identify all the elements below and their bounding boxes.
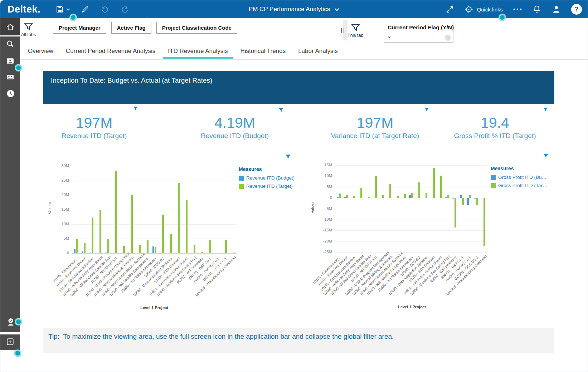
- bar[interactable]: [99, 210, 101, 253]
- search-icon[interactable]: [6, 39, 15, 49]
- legend-item-revenue-budget[interactable]: Revenue ITD (Budget): [239, 175, 300, 181]
- filter-chip-project-classification-code[interactable]: Project Classification Code: [156, 22, 237, 34]
- bar[interactable]: [445, 197, 447, 198]
- bar[interactable]: [84, 243, 86, 253]
- bar[interactable]: [233, 253, 235, 253]
- home-icon[interactable]: [6, 23, 15, 32]
- bar[interactable]: [382, 195, 384, 198]
- bar[interactable]: [82, 251, 83, 253]
- contacts-icon[interactable]: [6, 73, 15, 82]
- bar[interactable]: [404, 194, 406, 198]
- bar[interactable]: [433, 168, 435, 198]
- bar[interactable]: [344, 197, 346, 198]
- edit-button[interactable]: [81, 5, 89, 14]
- bar[interactable]: [74, 249, 76, 253]
- bar[interactable]: [462, 198, 464, 205]
- bar[interactable]: [123, 246, 125, 253]
- bar[interactable]: [147, 240, 149, 253]
- bar[interactable]: [337, 197, 339, 198]
- time-history-icon[interactable]: [6, 89, 15, 98]
- bar[interactable]: [455, 198, 456, 227]
- bar[interactable]: [346, 195, 348, 198]
- filter-chip-project-manager[interactable]: Project Manager: [53, 22, 106, 34]
- coach-mark-dot[interactable]: [14, 349, 21, 357]
- chart-filter-funnel-icon[interactable]: [543, 153, 548, 158]
- bar[interactable]: [469, 195, 471, 198]
- filter-chip-active-flag[interactable]: Active Flag: [111, 22, 151, 34]
- bar[interactable]: [194, 245, 195, 253]
- bar[interactable]: [178, 183, 180, 253]
- bar[interactable]: [483, 198, 485, 246]
- kpi-filter-funnel-icon[interactable]: [543, 107, 548, 112]
- bar[interactable]: [389, 184, 391, 198]
- all-tabs-filter-button[interactable]: All tabs: [21, 22, 36, 37]
- user-profile-icon[interactable]: [551, 5, 561, 14]
- bar[interactable]: [162, 215, 164, 253]
- redo-button[interactable]: [120, 5, 130, 14]
- bar[interactable]: [339, 194, 341, 198]
- bar[interactable]: [107, 239, 109, 253]
- help-button[interactable]: ?: [571, 4, 582, 15]
- bar[interactable]: [139, 245, 141, 253]
- bar[interactable]: [76, 239, 78, 253]
- add-icon[interactable]: [6, 337, 15, 347]
- bar[interactable]: [418, 182, 420, 198]
- tab-itd-revenue-analysis[interactable]: ITD Revenue Analysis: [167, 43, 228, 59]
- save-button[interactable]: [55, 5, 70, 14]
- kpi-filter-funnel-icon[interactable]: [133, 106, 138, 111]
- bar[interactable]: [186, 200, 188, 253]
- bar[interactable]: [201, 252, 203, 253]
- bar[interactable]: [92, 217, 93, 253]
- fullscreen-icon[interactable]: [446, 5, 454, 14]
- kpi-filter-funnel-icon[interactable]: [278, 108, 284, 113]
- bar[interactable]: [131, 195, 133, 253]
- bar[interactable]: [368, 197, 370, 198]
- bar[interactable]: [353, 196, 355, 198]
- coach-mark-dot[interactable]: [15, 64, 22, 72]
- bar[interactable]: [105, 253, 107, 253]
- quick-links-button[interactable]: Quick links: [464, 5, 503, 14]
- tab-historical-trends[interactable]: Historical Trends: [240, 43, 287, 59]
- chart-filter-funnel-icon[interactable]: [285, 154, 291, 159]
- employee-folder-icon[interactable]: [6, 57, 15, 66]
- tab-overview[interactable]: Overview: [27, 43, 54, 59]
- bar[interactable]: [155, 247, 156, 253]
- bar[interactable]: [426, 193, 427, 198]
- bar[interactable]: [460, 195, 462, 198]
- undo-button[interactable]: [100, 5, 110, 14]
- coach-mark-dot[interactable]: [69, 14, 77, 21]
- bar[interactable]: [217, 253, 219, 254]
- this-tab-filter-button[interactable]: This tab: [348, 23, 363, 38]
- coach-mark-dot[interactable]: [499, 14, 506, 21]
- notifications-bell-icon[interactable]: [532, 5, 541, 14]
- legend-item-gross-profit-budget[interactable]: Gross Profit ITD (Bu…: [491, 175, 551, 180]
- bar[interactable]: [225, 240, 227, 253]
- tab-labor-analysis[interactable]: Labor Analysis: [297, 43, 339, 59]
- more-options-icon[interactable]: [513, 8, 522, 11]
- bar[interactable]: [452, 198, 454, 199]
- bar[interactable]: [474, 198, 476, 199]
- approve-person-icon[interactable]: [6, 317, 15, 326]
- current-period-flag-filter[interactable]: Current Period Flag (Y/N) Y 1: [384, 22, 453, 43]
- bar[interactable]: [440, 176, 442, 198]
- bar[interactable]: [115, 171, 117, 253]
- bar[interactable]: [476, 198, 478, 205]
- bar[interactable]: [409, 195, 411, 198]
- bar[interactable]: [447, 195, 449, 198]
- bar[interactable]: [89, 253, 91, 253]
- bar[interactable]: [152, 246, 154, 253]
- legend-item-revenue-target[interactable]: Revenue ITD (Target): [239, 183, 300, 189]
- tab-current-period-revenue-analysis[interactable]: Current Period Revenue Analysis: [65, 43, 156, 59]
- legend-item-gross-profit-target[interactable]: Gross Profit ITD (Tar…: [491, 183, 551, 188]
- kpi-filter-funnel-icon[interactable]: [424, 107, 429, 112]
- bar[interactable]: [209, 240, 211, 253]
- bar[interactable]: [170, 234, 172, 253]
- bar[interactable]: [375, 176, 377, 198]
- bar[interactable]: [397, 196, 399, 198]
- bar[interactable]: [411, 193, 413, 198]
- coach-mark-dot[interactable]: [15, 318, 22, 326]
- bar[interactable]: [467, 198, 469, 205]
- bar[interactable]: [360, 188, 362, 198]
- app-title-menu[interactable]: PM CP Performance Analytics: [249, 6, 339, 13]
- filter-panel-divider[interactable]: [343, 20, 348, 40]
